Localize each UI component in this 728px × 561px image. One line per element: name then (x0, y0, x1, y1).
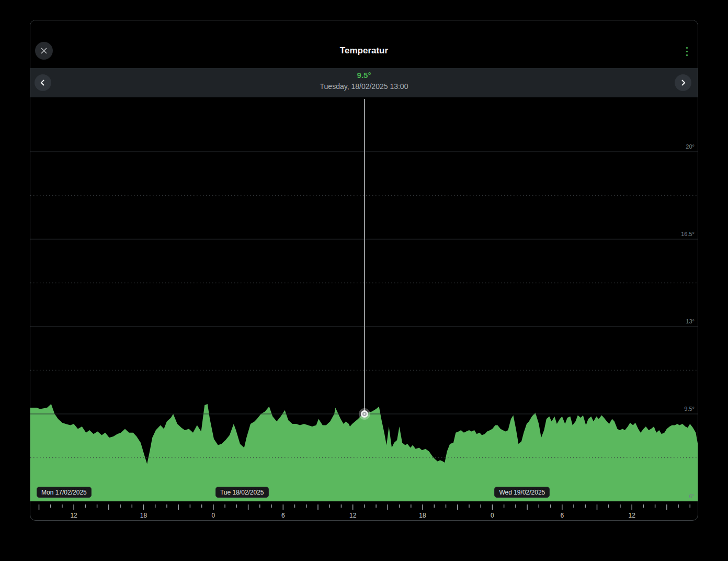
app-window: Temperatur 9.5° Tuesday, 18/02/2025 13:0… (30, 20, 698, 521)
x-axis-label: 18 (140, 512, 147, 519)
kebab-menu-button[interactable] (683, 46, 690, 57)
x-axis-label: 12 (70, 512, 77, 519)
y-axis-label: 13° (686, 318, 695, 324)
x-axis-label: 0 (212, 512, 215, 519)
y-axis-label: 20° (686, 143, 695, 150)
kebab-dot (686, 54, 688, 56)
x-axis-label: 12 (629, 512, 636, 519)
selection-readout: 9.5° Tuesday, 18/02/2025 13:00 (30, 70, 698, 92)
desktop-background: Temperatur 9.5° Tuesday, 18/02/2025 13:0… (0, 0, 728, 561)
y-axis-label: 16.5° (681, 231, 695, 237)
y-axis-label: 6° (689, 493, 695, 499)
chart-plot-area[interactable]: 20°16.5°13°9.5°6° (30, 97, 698, 501)
day-label-pill: Mon 17/02/2025 (37, 487, 92, 498)
page-title: Temperatur (30, 42, 698, 60)
day-label-pill: Wed 19/02/2025 (494, 487, 550, 498)
chevron-right-icon (679, 79, 687, 86)
x-axis-label: 12 (349, 512, 357, 519)
date-nav-bar: 9.5° Tuesday, 18/02/2025 13:00 (30, 68, 698, 97)
next-day-button[interactable] (675, 74, 691, 91)
selected-value: 9.5° (30, 70, 698, 81)
day-label-pill: Tue 18/02/2025 (215, 487, 269, 498)
x-axis-label: 6 (560, 512, 564, 519)
x-axis: 12180612180612 (30, 501, 698, 521)
temperature-chart[interactable]: 20°16.5°13°9.5°6° 12180612180612 Mon 17/… (30, 97, 698, 521)
y-axis-label: 9.5° (684, 406, 695, 412)
x-axis-label: 18 (419, 512, 426, 519)
kebab-dot (686, 47, 688, 49)
x-axis-label: 6 (281, 512, 285, 519)
selected-point-center (363, 413, 366, 415)
kebab-dot (686, 51, 688, 52)
selected-datetime: Tuesday, 18/02/2025 13:00 (30, 81, 698, 92)
x-axis-label: 0 (491, 512, 494, 519)
header-bar: Temperatur (30, 20, 698, 68)
